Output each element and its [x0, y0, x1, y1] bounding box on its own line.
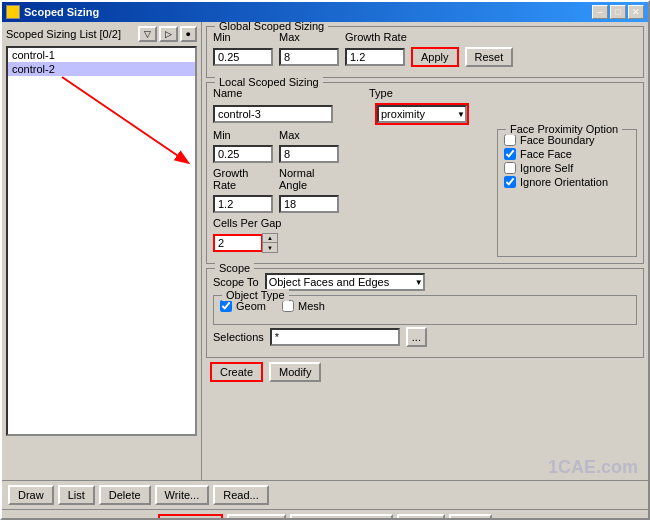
- filters-button[interactable]: Filters...: [227, 514, 286, 520]
- scope-to-label: Scope To: [213, 276, 259, 288]
- face-face-label: Face Face: [520, 148, 572, 160]
- minimize-button[interactable]: –: [592, 5, 608, 19]
- list-button[interactable]: List: [58, 485, 95, 505]
- list-item[interactable]: control-1: [8, 48, 195, 62]
- local-name-input[interactable]: [213, 105, 333, 123]
- normal-angle-label: Normal Angle: [279, 167, 339, 191]
- local-max-input[interactable]: [279, 145, 339, 163]
- mesh-label: Mesh: [298, 300, 325, 312]
- delete-size-field-button[interactable]: Delete Size Field: [290, 514, 393, 520]
- local-form-and-options: Min Max Growth Rate Normal Angle: [213, 129, 637, 257]
- main-content: Scoped Sizing List [0/2] ▽ ▷ ● control-1…: [2, 22, 648, 480]
- ignore-orientation-row: Ignore Orientation: [504, 176, 630, 188]
- list-header-title: Scoped Sizing List [0/2]: [6, 28, 121, 40]
- object-type-row: Geom Mesh: [220, 300, 630, 314]
- title-bar-buttons: – □ ✕: [592, 5, 644, 19]
- type-select[interactable]: proximity curvature fixed: [377, 105, 467, 123]
- cells-per-gap-row: Cells Per Gap: [213, 217, 491, 229]
- global-sizing-title: Global Scoped Sizing: [215, 22, 328, 32]
- cells-per-gap-input-row: ▲ ▼: [213, 233, 491, 253]
- spinbox-buttons: ▲ ▼: [262, 233, 278, 253]
- title-bar: Scoped Sizing – □ ✕: [2, 2, 648, 22]
- dot-button[interactable]: ●: [180, 26, 197, 42]
- object-type-group: Object Type Geom Mesh: [213, 295, 637, 325]
- scope-title: Scope: [215, 262, 254, 274]
- action-buttons-row: Create Modify: [206, 362, 644, 382]
- global-scoped-sizing-group: Global Scoped Sizing Min Max Growth Rate…: [206, 26, 644, 78]
- cells-per-gap-spinbox: ▲ ▼: [213, 233, 278, 253]
- help-button[interactable]: Help: [449, 514, 492, 520]
- spinbox-down-button[interactable]: ▼: [263, 243, 277, 252]
- title-bar-text: Scoped Sizing: [6, 5, 99, 19]
- compute-button[interactable]: Compute: [158, 514, 223, 520]
- growth-normal-labels: Growth Rate Normal Angle: [213, 167, 491, 191]
- list-item[interactable]: control-2: [8, 62, 195, 76]
- local-min-max-inputs: [213, 145, 491, 163]
- global-growth-rate-input[interactable]: [345, 48, 405, 66]
- type-select-wrapper: proximity curvature fixed: [375, 103, 469, 125]
- face-boundary-label: Face Boundary: [520, 134, 595, 146]
- reset-list-button[interactable]: ▷: [159, 26, 178, 42]
- cells-per-gap-label: Cells Per Gap: [213, 217, 281, 229]
- local-min-input[interactable]: [213, 145, 273, 163]
- normal-angle-input[interactable]: [279, 195, 339, 213]
- write-button[interactable]: Write...: [155, 485, 210, 505]
- left-panel: Scoped Sizing List [0/2] ▽ ▷ ● control-1…: [2, 22, 202, 480]
- global-min-input[interactable]: [213, 48, 273, 66]
- face-proximity-group: Face Proximity Option Face Boundary Face…: [497, 129, 637, 257]
- face-boundary-checkbox[interactable]: [504, 134, 516, 146]
- cells-per-gap-input[interactable]: [213, 234, 263, 252]
- mesh-checkbox[interactable]: [282, 300, 294, 312]
- main-window: Scoped Sizing – □ ✕ Scoped Sizing List […: [0, 0, 650, 520]
- ignore-orientation-label: Ignore Orientation: [520, 176, 608, 188]
- type-label: Type: [369, 87, 393, 99]
- scoped-sizing-list[interactable]: control-1 control-2: [6, 46, 197, 436]
- ignore-orientation-checkbox[interactable]: [504, 176, 516, 188]
- bottom-bar-1: Draw List Delete Write... Read...: [2, 480, 648, 509]
- selections-label: Selections: [213, 331, 264, 343]
- local-growth-input[interactable]: [213, 195, 273, 213]
- face-face-checkbox[interactable]: [504, 148, 516, 160]
- create-button[interactable]: Create: [210, 362, 263, 382]
- mesh-row: Mesh: [282, 300, 325, 312]
- local-left-form: Min Max Growth Rate Normal Angle: [213, 129, 491, 257]
- face-proximity-title: Face Proximity Option: [506, 123, 622, 135]
- right-panel: Global Scoped Sizing Min Max Growth Rate…: [202, 22, 648, 480]
- global-growth-rate-label: Growth Rate: [345, 31, 425, 43]
- name-type-labels-row: Name Type: [213, 87, 637, 99]
- close-window-button[interactable]: Close: [397, 514, 445, 520]
- delete-button[interactable]: Delete: [99, 485, 151, 505]
- browse-button[interactable]: ...: [406, 327, 427, 347]
- close-button[interactable]: ✕: [628, 5, 644, 19]
- global-min-label: Min: [213, 31, 273, 43]
- scope-group: Scope Scope To Object Faces and Edges Ob…: [206, 268, 644, 358]
- global-max-input[interactable]: [279, 48, 339, 66]
- global-labels-row: Min Max Growth Rate: [213, 31, 637, 43]
- geom-checkbox[interactable]: [220, 300, 232, 312]
- face-boundary-row: Face Boundary: [504, 134, 630, 146]
- scope-to-select-wrapper: Object Faces and Edges Object Faces Obje…: [265, 273, 425, 291]
- scope-to-select[interactable]: Object Faces and Edges Object Faces Obje…: [265, 273, 425, 291]
- window-icon: [6, 5, 20, 19]
- read-button[interactable]: Read...: [213, 485, 268, 505]
- window-title: Scoped Sizing: [24, 6, 99, 18]
- global-max-label: Max: [279, 31, 339, 43]
- apply-button[interactable]: Apply: [411, 47, 459, 67]
- draw-button[interactable]: Draw: [8, 485, 54, 505]
- global-inputs-row: Apply Reset: [213, 47, 637, 67]
- geom-row: Geom: [220, 300, 266, 312]
- filter-button[interactable]: ▽: [138, 26, 157, 42]
- reset-button[interactable]: Reset: [465, 47, 514, 67]
- local-min-label: Min: [213, 129, 273, 141]
- local-sizing-title: Local Scoped Sizing: [215, 76, 323, 88]
- modify-button[interactable]: Modify: [269, 362, 321, 382]
- ignore-self-row: Ignore Self: [504, 162, 630, 174]
- name-label: Name: [213, 87, 333, 99]
- selections-input[interactable]: [270, 328, 400, 346]
- bottom-bar-2: Compute Filters... Delete Size Field Clo…: [2, 509, 648, 520]
- ignore-self-checkbox[interactable]: [504, 162, 516, 174]
- local-growth-label: Growth Rate: [213, 167, 273, 191]
- spinbox-up-button[interactable]: ▲: [263, 234, 277, 243]
- local-max-label: Max: [279, 129, 339, 141]
- maximize-button[interactable]: □: [610, 5, 626, 19]
